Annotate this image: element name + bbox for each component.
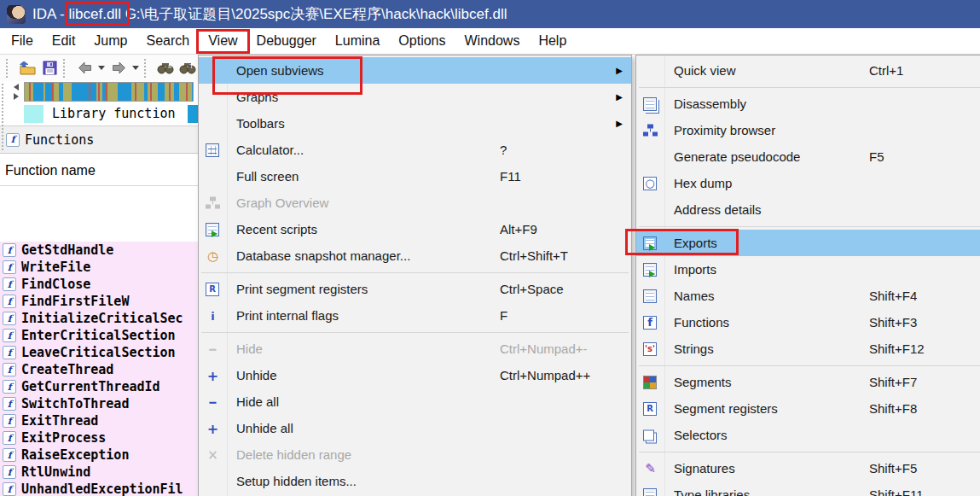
function-icon: f (3, 243, 16, 257)
no-icon (206, 169, 220, 184)
toolbar-grip-handle[interactable] (6, 59, 10, 78)
menu-item-label: Graph Overview (236, 195, 328, 210)
subviews-menu-item-disassembly[interactable]: Disassembly (636, 90, 980, 117)
menu-item-shortcut: Alt+F9 (500, 222, 537, 236)
subviews-menu-item-generate-pseudocode[interactable]: Generate pseudocodeF5 (636, 143, 980, 170)
no-icon (206, 90, 220, 104)
back-history-dropdown-icon[interactable] (98, 66, 105, 70)
calculator-icon (206, 143, 219, 157)
view-menu-item-print-internal-flags[interactable]: iPrint internal flagsF (199, 302, 631, 329)
menu-separator (199, 329, 631, 336)
subviews-menu-item-hex-dump[interactable]: ○Hex dump (636, 170, 980, 196)
menu-item-shortcut: Ctrl+Numpad++ (500, 368, 590, 382)
view-menu-item-graphs[interactable]: Graphs▶ (199, 84, 631, 110)
view-menu-item-print-segment-registers[interactable]: RPrint segment registersCtrl+Space (199, 276, 631, 302)
view-menu-item-open-subviews[interactable]: Open subviews▶ (199, 57, 631, 84)
menu-item-label: Delete hidden range (236, 447, 351, 462)
menu-item-shortcut: Shift+F7 (869, 375, 917, 389)
function-name: RtlUnwind (21, 464, 90, 480)
scroll-right-icon[interactable] (14, 93, 19, 100)
menu-item-label: Strings (674, 341, 714, 356)
menu-options[interactable]: Options (389, 30, 455, 52)
function-icon: f (3, 260, 16, 274)
forward-history-dropdown-icon[interactable] (132, 66, 139, 70)
subviews-menu-item-strings[interactable]: 's'StringsShift+F12 (636, 336, 980, 362)
subviews-menu-item-address-details[interactable]: Address details (636, 196, 980, 223)
menu-jump[interactable]: Jump (84, 30, 136, 52)
function-icon: f (3, 397, 16, 411)
view-menu-item-recent-scripts[interactable]: Recent scriptsAlt+F9 (199, 216, 631, 242)
graph-overview-icon (206, 195, 220, 210)
subviews-menu-item-exports[interactable]: Exports (636, 230, 980, 256)
view-menu-item-delete-hidden-range[interactable]: ×Delete hidden range (199, 441, 631, 468)
function-icon: f (3, 414, 16, 428)
search-binoculars-text-icon[interactable]: T (177, 58, 198, 79)
navigation-band[interactable] (24, 82, 194, 102)
functions-panel-icon: f (6, 133, 20, 147)
menu-item-shortcut: Shift+F5 (869, 461, 917, 476)
band-segment (179, 83, 186, 101)
subviews-menu-item-proximity-browser[interactable]: Proximity browser (636, 117, 980, 143)
menu-item-label: Calculator... (236, 143, 304, 157)
subviews-menu-item-functions[interactable]: fFunctionsShift+F3 (636, 309, 980, 336)
view-menu-item-unhide-all[interactable]: +Unhide all (199, 415, 631, 441)
subviews-menu-item-type-libraries[interactable]: Type librariesShift+F11 (636, 481, 980, 496)
function-icon: f (3, 312, 16, 325)
subviews-menu-item-selectors[interactable]: Selectors (636, 422, 980, 448)
view-menu-item-unhide[interactable]: +UnhideCtrl+Numpad++ (199, 362, 631, 388)
save-file-icon[interactable] (39, 58, 60, 79)
menu-item-shortcut: Shift+F11 (869, 487, 924, 496)
recent-scripts-icon (206, 223, 219, 236)
function-name: GetCurrentThreadId (21, 379, 160, 394)
menu-item-label: Open subviews (236, 63, 324, 78)
view-menu-item-hide-all[interactable]: ━Hide all (199, 388, 631, 415)
menu-separator (636, 84, 980, 90)
view-menu-item-hide[interactable]: ━HideCtrl+Numpad+- (199, 336, 631, 362)
menu-item-label: Signatures (674, 461, 735, 476)
subviews-menu-item-segment-registers[interactable]: RSegment registersShift+F8 (636, 395, 980, 422)
menu-edit[interactable]: Edit (43, 30, 85, 52)
toolbar-grip-handle[interactable] (63, 59, 67, 78)
scroll-left-icon[interactable] (14, 84, 19, 90)
function-name: ExitProcess (21, 430, 106, 446)
subviews-menu-item-names[interactable]: NamesShift+F4 (636, 283, 980, 309)
title-bar[interactable]: IDA - libcef.dll G:\电子取证题目\2025spc决赛\EXE… (0, 0, 980, 28)
toolbar-grip-handle[interactable] (144, 59, 148, 78)
menu-lumina[interactable]: Lumina (326, 30, 389, 52)
subviews-menu-item-quick-view[interactable]: Quick viewCtrl+1 (636, 57, 980, 84)
strings-icon: 's' (643, 342, 657, 356)
signatures-icon: ✎ (643, 461, 658, 476)
subviews-menu-item-segments[interactable]: SegmentsShift+F7 (636, 369, 980, 395)
view-menu-item-calculator[interactable]: Calculator...? (199, 137, 631, 163)
view-menu-item-database-snapshot-manager[interactable]: ◷Database snapshot manager...Ctrl+Shift+… (199, 242, 631, 269)
function-name: UnhandledExceptionFil (21, 481, 183, 496)
menu-item-label: Graphs (236, 90, 278, 104)
menu-item-shortcut: Shift+F8 (869, 401, 917, 416)
band-segment (72, 83, 89, 101)
menu-view[interactable]: View (199, 30, 246, 52)
menu-item-label: Names (674, 289, 715, 303)
menu-help[interactable]: Help (529, 30, 576, 52)
navigate-forward-icon[interactable] (108, 58, 129, 79)
menu-file[interactable]: File (2, 30, 43, 52)
subviews-menu-item-imports[interactable]: Imports (636, 256, 980, 283)
menu-item-label: Selectors (674, 428, 728, 442)
menu-item-label: Setup hidden items... (236, 474, 357, 488)
view-menu-dropdown: Open subviews▶Graphs▶Toolbars▶Calculator… (198, 55, 632, 496)
search-binoculars-hex-icon[interactable]: # (155, 58, 176, 79)
navband-scroll-arrows[interactable] (14, 84, 19, 100)
view-menu-item-setup-hidden-items[interactable]: Setup hidden items... (199, 468, 631, 494)
submenu-arrow-icon: ▶ (616, 119, 623, 128)
menu-search[interactable]: Search (136, 30, 199, 52)
subviews-menu-item-signatures[interactable]: ✎SignaturesShift+F5 (636, 455, 980, 481)
open-file-icon[interactable] (17, 58, 38, 79)
menu-separator (636, 362, 980, 369)
navigate-back-icon[interactable] (74, 58, 95, 79)
band-segment (33, 83, 43, 101)
view-menu-item-toolbars[interactable]: Toolbars▶ (199, 110, 631, 137)
menu-debugger[interactable]: Debugger (247, 30, 326, 52)
view-menu-item-graph-overview[interactable]: Graph Overview (199, 190, 631, 216)
menu-item-label: Print segment registers (236, 282, 368, 296)
menu-windows[interactable]: Windows (455, 30, 529, 52)
view-menu-item-full-screen[interactable]: Full screenF11 (199, 163, 631, 190)
